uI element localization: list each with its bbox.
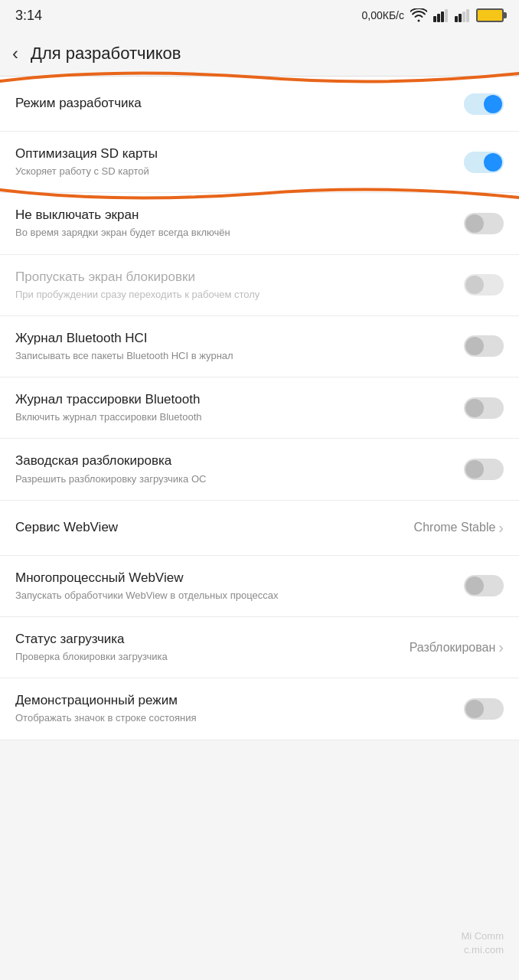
settings-item-subtitle-multiprocess-webview: Запускать обработчики WebView в отдельны… (15, 589, 452, 603)
settings-item-text-dev-mode: Режим разработчика (15, 95, 464, 112)
settings-item-sd-optimization[interactable]: Оптимизация SD картыУскоряет работу с SD… (0, 132, 519, 193)
toggle-multiprocess-webview[interactable] (464, 575, 504, 596)
settings-item-title-sd-optimization: Оптимизация SD карты (15, 146, 158, 161)
wifi-icon (410, 8, 427, 22)
settings-item-text-bootloader-status: Статус загрузчикаПроверка блокировки заг… (15, 631, 410, 664)
settings-item-text-webview-service: Сервис WebView (15, 519, 414, 536)
svg-rect-6 (462, 11, 465, 22)
back-button[interactable]: ‹ (12, 43, 18, 64)
settings-item-title-demo-mode: Демонстрационный режим (15, 693, 178, 707)
settings-item-keep-screen[interactable]: Не выключать экранВо время зарядки экран… (0, 193, 519, 254)
status-right: 0,00КБ/с (362, 8, 504, 22)
toggle-bluetooth-hci[interactable] (464, 335, 504, 357)
toggle-factory-unlock[interactable] (464, 459, 504, 480)
settings-item-subtitle-demo-mode: Отображать значок в строке состояния (15, 711, 452, 725)
settings-item-title-bluetooth-hci: Журнал Bluetooth HCI (15, 331, 148, 345)
settings-item-bluetooth-trace[interactable]: Журнал трассировки BluetoothВключить жур… (0, 377, 519, 439)
page-title: Для разработчиков (31, 44, 181, 64)
svg-rect-5 (459, 14, 462, 22)
settings-item-subtitle-bluetooth-hci: Записывать все пакеты Bluetooth HCI в жу… (15, 349, 452, 363)
svg-rect-1 (437, 14, 440, 22)
settings-item-multiprocess-webview[interactable]: Многопроцессный WebViewЗапускать обработ… (0, 556, 519, 617)
toggle-knob-bluetooth-hci (465, 337, 484, 355)
settings-item-title-multiprocess-webview: Многопроцессный WebView (15, 570, 183, 585)
settings-item-webview-service[interactable]: Сервис WebViewChrome Stable› (0, 501, 519, 556)
value-text-bootloader-status: Разблокирован (410, 641, 496, 655)
settings-item-subtitle-sd-optimization: Ускоряет работу с SD картой (15, 165, 452, 178)
chevron-icon-bootloader-status: › (498, 639, 504, 656)
settings-item-skip-lock[interactable]: Пропускать экран блокировкиПри пробужден… (0, 255, 519, 316)
signal-icon (433, 8, 449, 22)
toggle-knob-keep-screen (465, 214, 484, 233)
settings-list: Режим разработчикаОптимизация SD картыУс… (0, 77, 519, 740)
status-time: 3:14 (15, 8, 42, 24)
settings-item-title-skip-lock: Пропускать экран блокировки (15, 270, 195, 284)
settings-item-demo-mode[interactable]: Демонстрационный режимОтображать значок … (0, 678, 519, 740)
settings-item-dev-mode[interactable]: Режим разработчика (0, 77, 519, 132)
watermark-line2: c.mi.com (461, 943, 504, 957)
svg-rect-3 (445, 9, 448, 22)
header: ‹ Для разработчиков (0, 31, 519, 77)
watermark-line1: Mi Comm (461, 929, 504, 943)
toggle-bluetooth-trace[interactable] (464, 397, 504, 419)
toggle-keep-screen[interactable] (464, 213, 504, 234)
settings-item-text-multiprocess-webview: Многопроцессный WebViewЗапускать обработ… (15, 570, 464, 603)
toggle-knob-demo-mode (465, 700, 484, 718)
signal-icon-2 (455, 8, 470, 22)
toggle-demo-mode[interactable] (464, 698, 504, 720)
network-speed: 0,00КБ/с (362, 9, 404, 21)
svg-rect-2 (441, 11, 444, 22)
settings-item-bluetooth-hci[interactable]: Журнал Bluetooth HCIЗаписывать все пакет… (0, 316, 519, 377)
toggle-knob-sd-optimization (484, 153, 502, 172)
settings-item-text-skip-lock: Пропускать экран блокировкиПри пробужден… (15, 269, 464, 302)
settings-item-bootloader-status[interactable]: Статус загрузчикаПроверка блокировки заг… (0, 617, 519, 678)
toggle-knob-skip-lock (465, 276, 484, 294)
toggle-knob-factory-unlock (465, 460, 484, 479)
value-text-webview-service: Chrome Stable (414, 521, 496, 534)
battery-icon (476, 8, 504, 22)
settings-item-title-bluetooth-trace: Журнал трассировки Bluetooth (15, 392, 200, 407)
settings-item-factory-unlock[interactable]: Заводская разблокировкаРазрешить разблок… (0, 439, 519, 500)
status-bar: 3:14 0,00КБ/с (0, 0, 519, 31)
settings-item-text-keep-screen: Не выключать экранВо время зарядки экран… (15, 207, 464, 240)
value-chevron-webview-service[interactable]: Chrome Stable› (414, 519, 504, 537)
toggle-knob-dev-mode (484, 95, 502, 113)
settings-item-text-sd-optimization: Оптимизация SD картыУскоряет работу с SD… (15, 145, 464, 178)
toggle-knob-bluetooth-trace (465, 399, 484, 417)
svg-rect-0 (433, 16, 436, 22)
settings-item-text-bluetooth-trace: Журнал трассировки BluetoothВключить жур… (15, 391, 464, 424)
settings-item-subtitle-keep-screen: Во время зарядки экран будет всегда вклю… (15, 226, 452, 240)
toggle-skip-lock (464, 274, 504, 296)
settings-item-text-bluetooth-hci: Журнал Bluetooth HCIЗаписывать все пакет… (15, 330, 464, 363)
chevron-icon-webview-service: › (498, 519, 504, 537)
toggle-knob-multiprocess-webview (465, 577, 484, 595)
svg-rect-7 (466, 9, 469, 22)
settings-item-subtitle-bluetooth-trace: Включить журнал трассировки Bluetooth (15, 410, 452, 424)
settings-item-subtitle-bootloader-status: Проверка блокировки загрузчика (15, 650, 397, 664)
toggle-sd-optimization[interactable] (464, 152, 504, 173)
settings-item-title-webview-service: Сервис WebView (15, 520, 118, 534)
settings-item-subtitle-factory-unlock: Разрешить разблокировку загрузчика ОС (15, 472, 452, 486)
toggle-dev-mode[interactable] (464, 93, 504, 115)
settings-item-title-dev-mode: Режим разработчика (15, 96, 142, 110)
settings-item-title-keep-screen: Не выключать экран (15, 207, 139, 222)
settings-item-subtitle-skip-lock: При пробуждении сразу переходить к рабоч… (15, 288, 452, 302)
svg-rect-4 (455, 16, 458, 22)
value-chevron-bootloader-status[interactable]: Разблокирован› (410, 639, 504, 656)
settings-item-title-factory-unlock: Заводская разблокировка (15, 453, 171, 468)
settings-item-text-demo-mode: Демонстрационный режимОтображать значок … (15, 692, 464, 725)
settings-item-title-bootloader-status: Статус загрузчика (15, 632, 125, 646)
settings-item-text-factory-unlock: Заводская разблокировкаРазрешить разблок… (15, 452, 464, 485)
watermark: Mi Comm c.mi.com (461, 929, 504, 957)
